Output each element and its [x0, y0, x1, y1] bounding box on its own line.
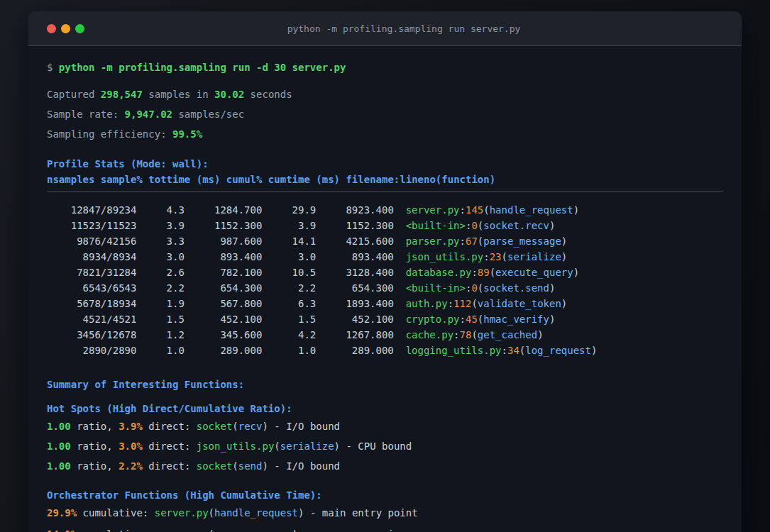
open-paren: ( — [209, 507, 214, 519]
colon-separator: : — [471, 267, 477, 278]
ratio-label: ratio, — [71, 460, 119, 472]
tottime-value: 1152.300 — [185, 218, 263, 233]
cumtime-value: 4215.600 — [316, 233, 394, 249]
hot-spots-heading: Hot Spots (High Direct/Cumulative Ratio)… — [47, 401, 723, 416]
nsamples-value: 3456/12678 — [47, 327, 136, 343]
cumtime-value: 8923.400 — [316, 202, 394, 218]
ratio-value: 1.00 — [47, 421, 71, 432]
tottime-value: 567.800 — [185, 296, 263, 311]
terminal-content[interactable]: $ python -m profiling.sampling run -d 30… — [28, 46, 742, 532]
line-number: 34 — [507, 345, 519, 356]
cumul-pct-value: 14.1 — [262, 233, 316, 249]
cumulative-label: cumulative: — [77, 528, 155, 532]
profile-table-row: 8934/89343.0893.4003.0893.400json_utils.… — [47, 249, 723, 265]
open-paren: ( — [478, 235, 483, 247]
function-name: handle_request — [490, 204, 573, 216]
profile-table-row: 6543/65432.2654.3002.2654.300<built-in>:… — [47, 280, 723, 296]
cumul-pct-value: 3.9 — [262, 218, 316, 233]
open-paren: ( — [478, 282, 483, 294]
direct-label: direct: — [143, 440, 197, 452]
target-name: server.py — [155, 507, 209, 519]
function-name: serialize — [280, 440, 334, 452]
nsamples-value: 2890/2890 — [47, 343, 136, 358]
close-paren: ) — [561, 298, 567, 309]
bound-note: - I/O bound — [268, 460, 340, 472]
filename: crypto.py — [406, 314, 460, 325]
profile-table-row: 12847/892344.31284.70029.98923.400server… — [47, 202, 723, 218]
zoom-button[interactable] — [75, 24, 84, 33]
open-paren: ( — [471, 329, 477, 340]
sample-pct-value: 1.2 — [136, 327, 184, 343]
nsamples-value: 9876/42156 — [47, 233, 136, 249]
cumtime-value: 654.300 — [316, 280, 394, 296]
profile-table-row: 3456/126781.2345.6004.21267.800cache.py:… — [47, 327, 723, 343]
minimize-button[interactable] — [61, 24, 70, 33]
summary-heading: Summary of Interesting Functions: — [47, 377, 723, 392]
target-name: parser.py — [155, 528, 209, 532]
open-paren: ( — [502, 251, 507, 262]
sample-rate-line: Sample rate: 9,947.02 samples/sec — [47, 106, 723, 122]
line-number: 145 — [466, 204, 483, 216]
line-number: 67 — [466, 235, 478, 247]
function-name: handle_request — [214, 507, 298, 519]
target-name: socket — [197, 460, 233, 472]
colon-separator: : — [502, 345, 507, 356]
samples-count: 298,547 — [101, 89, 143, 100]
profile-table-row: 4521/45211.5452.1001.5452.100crypto.py:4… — [47, 311, 723, 327]
tottime-value: 289.000 — [185, 343, 263, 358]
direct-label: direct: — [143, 421, 197, 432]
colon-separator: : — [460, 204, 466, 216]
nsamples-value: 4521/4521 — [47, 311, 136, 327]
cumulative-pct-value: 14.1% — [47, 528, 77, 532]
sample-pct-value: 1.5 — [136, 311, 184, 327]
open-paren: ( — [478, 314, 483, 325]
filename: <built-in> — [406, 220, 466, 231]
sample-pct-value: 3.0 — [136, 249, 184, 265]
close-paren: ) — [262, 421, 268, 432]
ratio-value: 1.00 — [47, 460, 71, 472]
role-note: - main entry point — [304, 507, 417, 519]
line-number: 89 — [478, 267, 490, 278]
cumtime-value: 289.000 — [316, 343, 394, 358]
cumul-pct-value: 6.3 — [262, 296, 316, 311]
close-paren: ) — [549, 282, 555, 294]
line-number: 0 — [471, 282, 477, 294]
close-paren: ) — [573, 267, 579, 278]
command-text: python -m profiling.sampling run -d 30 s… — [59, 62, 346, 73]
bound-note: - I/O bound — [268, 421, 340, 432]
nsamples-value: 8934/8934 — [47, 249, 136, 265]
sample-pct-value: 3.3 — [136, 233, 184, 249]
open-paren: ( — [490, 267, 495, 278]
function-name: recv — [238, 421, 263, 432]
orchestrators-list: 29.9% cumulative: server.py(handle_reque… — [47, 505, 723, 532]
close-paren: ) — [262, 460, 268, 472]
seconds-label: seconds — [244, 89, 292, 100]
titlebar[interactable]: python -m profiling.sampling run server.… — [28, 11, 742, 46]
sampling-efficiency-line: Sampling efficiency: 99.5% — [47, 126, 723, 142]
tottime-value: 987.600 — [185, 233, 263, 249]
sample-pct-value: 1.9 — [136, 296, 184, 311]
cumul-pct-value: 3.0 — [262, 249, 316, 265]
target-name: json_utils.py — [197, 440, 275, 452]
function-name: socket.send — [483, 282, 549, 294]
direct-pct-value: 2.2% — [119, 460, 143, 472]
function-name: hmac_verify — [483, 314, 549, 325]
cumtime-value: 452.100 — [316, 311, 394, 327]
colon-separator: : — [460, 314, 466, 325]
profile-table: 12847/892344.31284.70029.98923.400server… — [47, 202, 723, 358]
cumul-pct-value: 1.5 — [262, 311, 316, 327]
close-paren: ) — [549, 314, 555, 325]
rate-value: 9,947.02 — [125, 109, 172, 120]
profile-table-row: 11523/115233.91152.3003.91152.300<built-… — [47, 218, 723, 233]
profile-stats-heading: Profile Stats (Mode: wall): — [47, 156, 723, 172]
cumulative-pct-value: 29.9% — [47, 507, 77, 519]
traffic-lights — [28, 24, 84, 33]
close-button[interactable] — [47, 24, 56, 33]
terminal-window: python -m profiling.sampling run server.… — [28, 11, 742, 532]
table-divider — [47, 192, 723, 192]
target-name: socket — [197, 421, 233, 432]
cumulative-label: cumulative: — [77, 507, 155, 519]
direct-pct-value: 3.0% — [119, 440, 143, 452]
bound-note: - CPU bound — [340, 440, 412, 452]
filename: cache.py — [406, 329, 453, 340]
